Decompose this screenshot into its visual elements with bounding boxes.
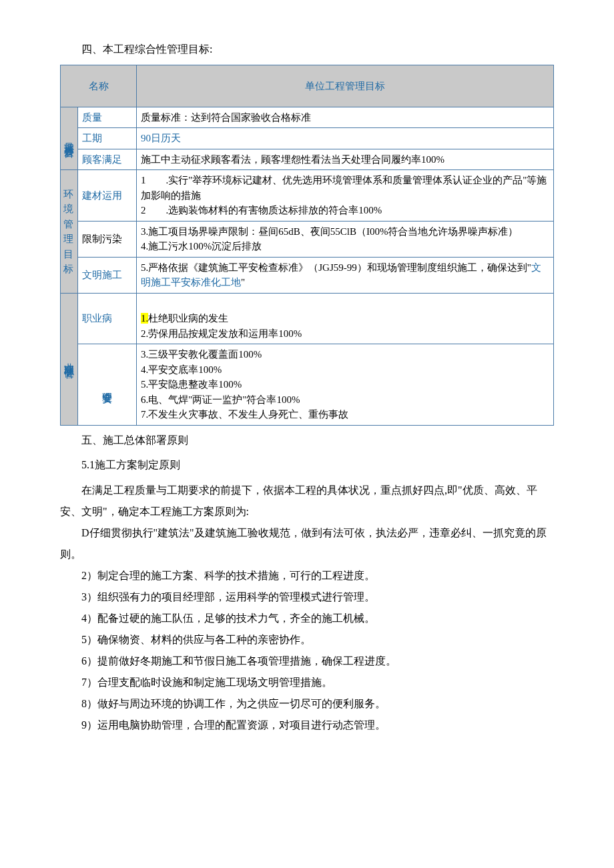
content-material: 1 .实行"举荐环境标记建材、优先选用环境管理体系和质量管理体系认证企业的产品"…: [137, 170, 554, 222]
sub-duration: 工期: [78, 128, 137, 149]
sub-safety: 安全管理: [78, 344, 137, 426]
paragraph: 3）组织强有力的项目经理部，运用科学的管理模式进行管理。: [60, 586, 554, 608]
header-name: 名称: [61, 65, 137, 107]
section-5-1-title: 5.1施工方案制定原则: [60, 456, 554, 475]
paragraph: 9）运用电脑协助管理，合理的配置资源，对项目进行动态管理。: [60, 715, 554, 736]
table-row: 安全管理 3.三级平安教化覆盖面100% 4.平安交底率100% 5.平安隐患整…: [61, 344, 554, 426]
paragraph: D仔细贯彻执行"建筑法"及建筑施工验收规范，做到有法可依，执法必严，违章必纠、一…: [60, 522, 554, 565]
section-5-heading: 五、施工总体部署原则: [60, 431, 554, 450]
sub-civilized: 文明施工: [78, 257, 137, 293]
hl-prefix: 1.: [141, 313, 148, 324]
sub-occupational: 职业病: [78, 293, 137, 344]
sub-customer: 顾客满足: [78, 149, 137, 170]
content-civilized-pre: 5.严格依据《建筑施工平安检查标准》（JGJ59-99）和现场管理制度组织施工，…: [141, 262, 531, 273]
management-goals-table: 名称 单位工程管理目标 量理标质管目 质量 质量标准：达到符合国家验收合格标准 …: [60, 65, 554, 426]
sub-pollution: 限制污染: [78, 221, 137, 257]
sub-quality: 质量: [78, 107, 137, 128]
group-label-environment: 环境管理目标: [61, 170, 78, 294]
paragraph: 7）合理支配临时设施和制定施工现场文明管理措施。: [60, 672, 554, 693]
content-pollution: 3.施工项目场界噪声限制：昼间65dB、夜间55ClB（I00%符合当地允许场界…: [137, 221, 554, 257]
table-row: 文明施工 5.严格依据《建筑施工平安检查标准》（JGJ59-99）和现场管理制度…: [61, 257, 554, 293]
content-civilized-post: ": [241, 277, 245, 288]
group-label-quality: 量理标质管目: [61, 107, 78, 170]
group-label-health: 业康理职健管: [61, 293, 78, 425]
section-4-heading: 四、本工程综合性管理目标:: [60, 40, 554, 59]
table-header-row: 名称 单位工程管理目标: [61, 65, 554, 107]
table-row: 业康理职健管 职业病 1.杜绝职业病的发生 2.劳保用品按规定发放和运用率100…: [61, 293, 554, 344]
header-target: 单位工程管理目标: [137, 65, 554, 107]
table-row: 工期 90日历天: [61, 128, 554, 149]
content-occupational: 1.杜绝职业病的发生 2.劳保用品按规定发放和运用率100%: [137, 293, 554, 344]
paragraph: 8）做好与周边环境的协调工作，为之供应一切尽可的便利服务。: [60, 693, 554, 715]
content-duration: 90日历天: [137, 128, 554, 149]
content-safety: 3.三级平安教化覆盖面100% 4.平安交底率100% 5.平安隐患整改率100…: [137, 344, 554, 426]
paragraph: 6）提前做好冬期施工和节假日施工各项管理措施，确保工程进度。: [60, 650, 554, 672]
content-civilized: 5.严格依据《建筑施工平安检查标准》（JGJ59-99）和现场管理制度组织施工，…: [137, 257, 554, 293]
sub-material: 建材运用: [78, 170, 137, 222]
paragraph: 2）制定合理的施工方案、科学的技术措施，可行的工程进度。: [60, 565, 554, 586]
table-row: 顾客满足 施工中主动征求顾客看法，顾客埋怨性看法当天处理合同履约率100%: [61, 149, 554, 170]
content-customer: 施工中主动征求顾客看法，顾客埋怨性看法当天处理合同履约率100%: [137, 149, 554, 170]
paragraph: 4）配备过硬的施工队伍，足够的技术力气，齐全的施工机械。: [60, 608, 554, 629]
content-quality: 质量标准：达到符合国家验收合格标准: [137, 107, 554, 128]
paragraph: 5）确保物资、材料的供应与各工种的亲密协作。: [60, 629, 554, 650]
paragraph: 在满足工程质量与工期要求的前提下，依据本工程的具体状况，重点抓好四点,即"优质、…: [60, 480, 554, 522]
table-row: 量理标质管目 质量 质量标准：达到符合国家验收合格标准: [61, 107, 554, 128]
table-row: 限制污染 3.施工项目场界噪声限制：昼间65dB、夜间55ClB（I00%符合当…: [61, 221, 554, 257]
hl-rest: 杜绝职业病的发生 2.劳保用品按规定发放和运用率100%: [141, 313, 302, 339]
table-row: 环境管理目标 建材运用 1 .实行"举荐环境标记建材、优先选用环境管理体系和质量…: [61, 170, 554, 222]
